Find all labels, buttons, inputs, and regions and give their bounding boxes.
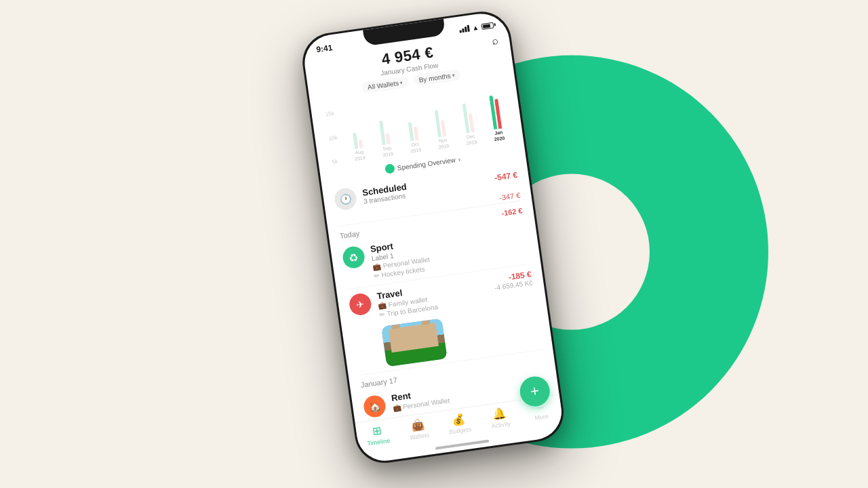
rent-icon: 🏠 (362, 394, 387, 418)
chart-col-aug: Aug2019 (347, 131, 370, 162)
activity-label: Activity (491, 420, 511, 430)
wallets-icon: 👜 (410, 418, 425, 433)
wallets-label: Wallets (409, 432, 429, 441)
activity-icon: 🔔 (492, 407, 507, 422)
battery-icon (481, 22, 494, 29)
wallets-filter[interactable]: All Wallets ▾ (361, 76, 409, 94)
travel-amount-block: -185 € -4 659,45 Kč (492, 270, 533, 292)
status-icons: ▲ (459, 21, 494, 33)
today-label: Today (339, 229, 360, 240)
bar-sep-green (379, 121, 386, 145)
label-aug: Aug2019 (354, 149, 366, 162)
chart-col-jan: Jan2020 (484, 94, 510, 143)
nav-budgets[interactable]: 💰 Budgets (437, 410, 481, 436)
scheduled-icon: 🕐 (333, 186, 357, 211)
bar-sep-red (386, 134, 391, 145)
timeline-label: Timeline (367, 437, 391, 447)
label-jan: Jan2020 (493, 129, 505, 142)
budgets-icon: 💰 (451, 412, 466, 427)
nav-activity[interactable]: 🔔 Activity (478, 405, 522, 431)
budgets-label: Budgets (449, 426, 472, 435)
signal-icon (459, 25, 470, 33)
wallets-chevron-icon: ▾ (399, 79, 403, 85)
barcelona-photo[interactable] (381, 318, 447, 367)
spending-icon (384, 163, 395, 174)
sport-icon: ♻ (342, 245, 366, 270)
nav-wallets[interactable]: 👜 Wallets (397, 416, 441, 443)
chart-col-nov: Nov2019 (429, 108, 454, 150)
label-sep: Sep2019 (382, 145, 394, 158)
timeline-icon: ⊞ (372, 424, 382, 439)
travel-icon: ✈ (348, 292, 372, 317)
bar-nov-red (441, 120, 446, 136)
label-nov: Nov2019 (437, 138, 450, 150)
bar-aug-green (353, 133, 358, 149)
spending-chevron-icon: › (458, 155, 461, 163)
more-label: More (534, 413, 549, 422)
nav-timeline[interactable]: ⊞ Timeline (356, 422, 400, 448)
chart-col-oct: Oct2019 (402, 121, 427, 155)
chart-y-labels: 15k 10k 5k (325, 110, 341, 165)
bar-aug-red (358, 140, 363, 149)
bar-oct-red (413, 127, 418, 141)
bar-oct-green (408, 122, 414, 141)
label-dec: Dec2019 (465, 134, 477, 146)
months-chevron-icon: ▾ (452, 72, 455, 78)
scheduled-amount: -547 € (494, 170, 518, 183)
wifi-icon: ▲ (471, 23, 479, 31)
chart-col-sep: Sep2019 (373, 119, 398, 159)
status-time: 9:41 (315, 43, 333, 54)
today-amount: -162 € (501, 206, 524, 217)
chart-col-dec: Dec2019 (456, 102, 482, 147)
search-icon[interactable]: ⌕ (491, 35, 499, 47)
label-oct: Oct2019 (410, 142, 422, 155)
